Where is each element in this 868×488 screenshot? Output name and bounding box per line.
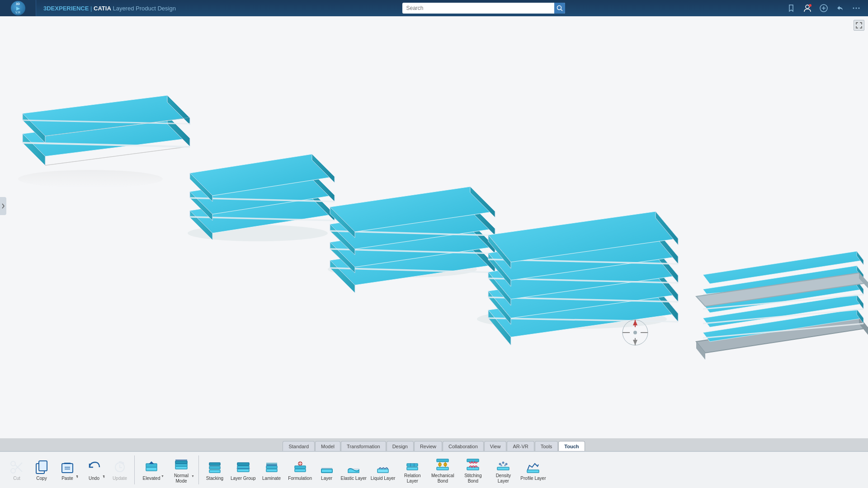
tab-review[interactable]: Review [414,441,442,451]
copy-label: Copy [36,476,47,481]
tabs-bar: Standard Model Transformation Design Rev… [0,438,868,451]
tab-ar-vr[interactable]: AR-VR [507,441,534,451]
bottom-area: Standard Model Transformation Design Rev… [0,438,868,488]
normal-mode-icon [174,457,189,472]
separator-1 [134,455,135,484]
undo-icon [87,460,101,474]
liquid-layer-label: Liquid Layer [371,476,395,481]
layer-group-icon [236,460,250,474]
update-icon [113,460,127,474]
layer-icon [320,460,334,474]
svg-point-149 [504,465,506,466]
update-label: Update [113,476,127,481]
toolbar-stacking[interactable]: Stacking [201,453,228,487]
logo-circle: 3D ▶ V.R [11,1,25,15]
svg-rect-124 [295,466,306,469]
toolbar-copy[interactable]: Copy [29,453,54,487]
search-button[interactable] [554,3,565,14]
app-title: 3DEXPERIENCE | CATIA Layered Product Des… [36,5,183,12]
svg-point-93 [633,331,637,334]
tab-standard[interactable]: Standard [283,441,315,451]
toolbar-profile-layer[interactable]: Profile Layer [519,453,547,487]
svg-rect-136 [437,467,448,470]
toolbar-relation-layer[interactable]: Relation Layer [397,453,427,487]
paste-dropdown-arrow: ▼ [75,474,79,478]
undo-label: Undo [89,476,99,481]
svg-rect-120 [236,468,250,469]
svg-point-96 [11,469,15,473]
more-icon [852,4,860,12]
mechanical-bond-label: Mechanical Bond [429,473,456,484]
topbar: 3D ▶ V.R 3DEXPERIENCE | CATIA Layered Pr… [0,0,868,16]
search-box [402,3,565,14]
svg-point-2 [806,5,809,9]
bookmark-icon-btn[interactable] [785,2,797,14]
svg-rect-112 [175,461,187,464]
toolbar-elastic-layer[interactable]: Elastic Layer [339,453,368,487]
separator-2 [198,455,199,484]
svg-rect-101 [39,461,47,471]
toolbar-update[interactable]: Update [108,453,132,487]
cut-label: Cut [13,476,20,481]
toolbar-undo[interactable]: Undo ▼ [81,453,107,487]
toolbar-liquid-layer[interactable]: Liquid Layer [369,453,397,487]
elastic-layer-icon [346,460,361,474]
svg-rect-117 [237,469,249,472]
bookmark-icon [787,4,795,12]
svg-rect-143 [467,459,479,462]
svg-rect-150 [527,470,539,473]
module-text: Layered Product Design [113,5,175,12]
more-icon-btn[interactable] [850,2,863,14]
stitching-bond-icon [466,457,480,472]
left-panel-toggle[interactable] [0,197,6,215]
laminate-label: Laminate [262,476,281,481]
svg-rect-103 [62,464,73,473]
search-container [183,3,785,14]
svg-point-148 [500,465,502,466]
toolbar-cut[interactable]: Cut [5,453,29,487]
user-icon-btn[interactable] [801,2,814,14]
tab-design[interactable]: Design [387,441,414,451]
svg-rect-114 [209,470,220,473]
svg-marker-95 [633,340,637,345]
laminate-icon [264,460,279,474]
svg-rect-108 [146,464,157,467]
toolbar-density-layer[interactable]: Density Layer [488,453,518,487]
tab-view[interactable]: View [484,441,507,451]
svg-rect-128 [321,469,332,473]
toolbar-formulation[interactable]: Formulation [286,453,315,487]
svg-marker-109 [149,461,154,464]
add-icon-btn[interactable] [817,2,830,14]
toolbar-laminate[interactable]: Laminate [258,453,285,487]
toolbar-normal-mode[interactable]: Normal Mode ▼ [166,453,196,487]
tab-model[interactable]: Model [315,441,340,451]
stacking-icon [208,460,222,474]
search-input[interactable] [406,5,554,11]
expand-button[interactable] [854,20,864,31]
app-logo: 3D ▶ V.R [0,0,36,16]
elevated-label: Elevated [143,476,160,481]
svg-rect-115 [209,466,220,469]
toolbar-layer-group[interactable]: Layer Group [229,453,258,487]
search-icon [557,5,563,11]
toolbar-paste[interactable]: Paste ▼ [54,453,80,487]
toolbar: Cut Copy Paste ▼ [0,451,868,488]
tab-transformation[interactable]: Transformation [341,441,386,451]
toolbar-stitching-bond[interactable]: Stitching Bond [458,453,488,487]
tab-collaboration[interactable]: Collaboration [443,441,484,451]
share-icon-btn[interactable] [834,2,846,14]
tab-touch[interactable]: Touch [558,441,585,451]
chevron-right-icon [1,203,5,209]
toolbar-mechanical-bond[interactable]: Mechanical Bond [428,453,458,487]
normal-mode-label: Normal Mode [168,473,194,484]
svg-rect-131 [377,469,388,473]
profile-layer-icon [526,460,540,474]
toolbar-layer[interactable]: Layer [315,453,339,487]
toolbar-elevated[interactable]: Elevated ▼ [137,453,166,487]
tab-tools[interactable]: Tools [535,441,558,451]
separator: | [89,5,94,12]
svg-rect-116 [209,463,220,465]
svg-rect-119 [237,463,249,465]
brand-text: 3DEXPERIENCE [43,5,89,12]
cut-icon [9,460,24,474]
